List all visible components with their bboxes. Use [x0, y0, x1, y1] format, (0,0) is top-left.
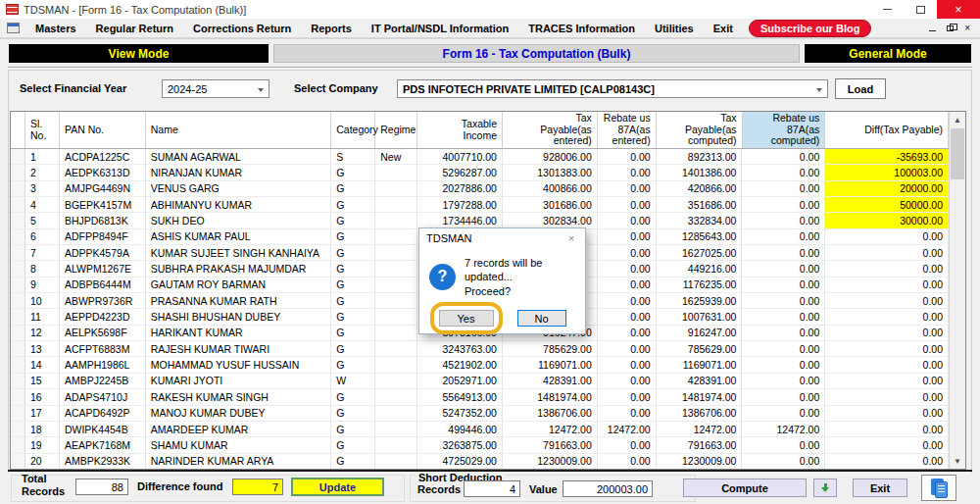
table-row[interactable]: 13ACFPT6883MRAJESH KUMAR TIWARIG3243763.…	[11, 341, 949, 357]
child-minimize-icon[interactable]	[929, 30, 936, 31]
update-button[interactable]: Update	[291, 478, 384, 496]
row-selector[interactable]	[11, 422, 25, 437]
cell: G	[331, 165, 375, 180]
table-row[interactable]: 3AMJPG4469NVENUS GARGG2027886.00400866.0…	[11, 181, 949, 197]
menu-item-regular-return[interactable]: Regular Return	[86, 23, 183, 34]
cell: 0.00	[825, 309, 949, 325]
row-selector[interactable]	[11, 357, 25, 373]
table-row[interactable]: 1ACDPA1225CSUMAN AGARWALSNew4007710.0092…	[11, 149, 949, 165]
value-field[interactable]: 200003.00	[563, 480, 653, 497]
dialog-close-icon[interactable]: ×	[558, 228, 585, 248]
cell: 0.00	[598, 293, 657, 309]
cell: 1230009.00	[657, 454, 743, 469]
cell	[375, 422, 417, 437]
menu-item-reports[interactable]: Reports	[301, 23, 362, 34]
table-row[interactable]: 2AEDPK6313DNIRANJAN KUMARG5296287.001301…	[11, 165, 949, 180]
general-mode-toggle[interactable]: General Mode	[805, 44, 971, 63]
close-button[interactable]: ×	[937, 0, 980, 19]
load-button[interactable]: Load	[835, 78, 886, 99]
copy-records-button[interactable]	[921, 475, 956, 501]
row-selector[interactable]	[11, 326, 25, 341]
cell: 15	[25, 374, 60, 389]
records-field[interactable]: 4	[464, 480, 520, 497]
row-selector[interactable]	[11, 245, 25, 261]
table-row[interactable]: 18DWIPK4454BAMARDEEP KUMARG499446.001247…	[11, 422, 949, 437]
cell: 0.00	[742, 437, 825, 453]
cell: 6	[25, 229, 60, 245]
menu-item-it-portal-nsdl-information[interactable]: IT Portal/NSDL Information	[362, 23, 518, 34]
row-selector[interactable]	[11, 261, 25, 277]
cell: 0.00	[742, 357, 825, 373]
row-selector[interactable]	[11, 165, 25, 180]
column-header-1: PAN No.	[60, 112, 146, 148]
table-row[interactable]: 19AEAPK7168MSHAMU KUMARG3263875.00791663…	[11, 437, 949, 453]
cell: 11	[25, 309, 60, 325]
row-selector[interactable]	[11, 293, 25, 309]
minimize-icon	[883, 9, 892, 10]
scroll-down-icon[interactable]: ▼	[950, 453, 965, 469]
child-close-icon[interactable]: ×	[964, 24, 970, 33]
cell	[375, 437, 417, 453]
menu-item-corrections-return[interactable]: Corrections Return	[183, 23, 301, 34]
cell: 400866.00	[503, 181, 598, 197]
move-down-button[interactable]	[813, 479, 837, 497]
dialog-message-line1: 7 records will be updated...	[465, 256, 579, 284]
cell: 13	[25, 341, 60, 357]
menu-item-traces-information[interactable]: TRACES Information	[518, 23, 645, 34]
cell: G	[331, 277, 375, 293]
table-row[interactable]: 15AMBPJ2245BKUMARI JYOTIW2052971.0042839…	[11, 374, 949, 389]
vertical-scrollbar[interactable]: ▲ ▼	[949, 112, 965, 469]
compute-button[interactable]: Compute	[683, 479, 807, 497]
row-selector[interactable]	[11, 454, 25, 469]
subscribe-blog-button[interactable]: Subscribe our Blog	[749, 20, 871, 37]
table-row[interactable]: 20AMBPK2933KNARINDER KUMAR ARYAG4725029.…	[11, 454, 949, 469]
financial-year-select[interactable]: 2024-25	[162, 79, 270, 98]
table-row[interactable]: 17ACAPD6492PMANOJ KUMAR DUBEYG5247352.00…	[11, 406, 949, 422]
row-selector[interactable]	[11, 374, 25, 389]
row-selector[interactable]	[11, 181, 25, 197]
cell: G	[331, 213, 375, 228]
total-records-label: Total Records	[22, 473, 65, 497]
row-selector[interactable]	[11, 341, 25, 357]
table-row[interactable]: 14AAMPH1986LMOHAMMAD YUSUF HUSSAING45219…	[11, 357, 949, 373]
cell: 0.00	[825, 422, 949, 437]
menu-item-exit[interactable]: Exit	[704, 23, 743, 34]
row-selector[interactable]	[11, 309, 25, 325]
row-selector[interactable]	[11, 197, 25, 213]
cell: 791663.00	[657, 437, 743, 453]
difference-found-field[interactable]: 7	[232, 479, 283, 495]
cell: 10	[25, 293, 60, 309]
view-mode-toggle[interactable]: View Mode	[9, 44, 269, 63]
menu-item-masters[interactable]: Masters	[25, 23, 86, 34]
yes-button[interactable]: Yes	[439, 310, 494, 327]
cell: 0.00	[742, 181, 825, 197]
row-selector[interactable]	[11, 149, 25, 165]
company-select[interactable]: PDS INFOTECH PRIVATE LIMITED [CALP08143C…	[397, 79, 828, 98]
cell: 0.00	[742, 245, 825, 261]
cell: AEAPK7168M	[60, 437, 146, 453]
form-icon[interactable]	[7, 23, 20, 33]
menu-item-utilities[interactable]: Utilities	[645, 23, 704, 34]
minimize-button[interactable]	[870, 0, 904, 19]
row-selector[interactable]	[11, 406, 25, 422]
cell: AMJPG4469N	[60, 181, 146, 197]
total-records-field[interactable]: 88	[75, 479, 128, 495]
cell: 12472.00	[742, 422, 825, 437]
row-selector[interactable]	[11, 437, 25, 453]
row-selector[interactable]	[11, 229, 25, 245]
cell: 0.00	[598, 374, 657, 389]
table-row[interactable]: 16ADAPS4710JRAKESH KUMAR SINGHG5564913.0…	[11, 389, 949, 405]
row-selector[interactable]	[11, 389, 25, 405]
scroll-up-icon[interactable]: ▲	[950, 112, 965, 127]
column-header-0: Sl. No.	[25, 112, 60, 148]
exit-button[interactable]: Exit	[853, 479, 907, 497]
row-selector[interactable]	[11, 213, 25, 228]
scrollbar-thumb[interactable]	[951, 128, 964, 179]
cell: 1007631.00	[657, 309, 743, 325]
no-button[interactable]: No	[517, 310, 566, 327]
cell: 0.00	[598, 261, 657, 277]
table-row[interactable]: 4BGEPK4157MABHIMANYU KUMARG1797288.00301…	[11, 197, 949, 213]
child-restore-icon[interactable]	[947, 25, 954, 31]
maximize-button[interactable]	[904, 0, 937, 19]
row-selector[interactable]	[11, 277, 25, 293]
